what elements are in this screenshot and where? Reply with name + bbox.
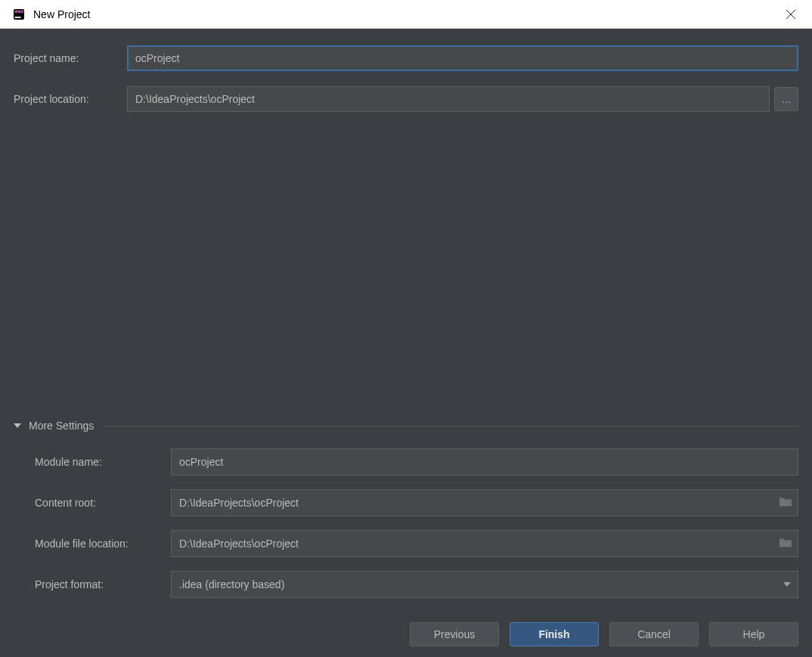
previous-button[interactable]: Previous <box>410 622 499 646</box>
project-format-value: .idea (directory based) <box>179 578 284 590</box>
content-root-label: Content root: <box>35 497 171 509</box>
close-icon <box>786 9 796 20</box>
module-file-location-input[interactable] <box>171 530 798 557</box>
finish-button[interactable]: Finish <box>510 622 599 646</box>
button-label: Help <box>743 628 765 640</box>
project-format-select[interactable]: .idea (directory based) <box>171 571 798 598</box>
titlebar: New Project <box>0 0 812 29</box>
button-label: Finish <box>538 628 569 640</box>
flex-spacer <box>14 112 798 404</box>
window-title: New Project <box>33 8 776 20</box>
help-button[interactable]: Help <box>709 622 798 646</box>
dialog-button-bar: Previous Finish Cancel Help <box>14 622 798 646</box>
new-project-window: New Project Project name: Project locati… <box>0 0 812 657</box>
svg-rect-1 <box>15 10 18 13</box>
divider <box>103 426 798 426</box>
project-basic-form: Project name: Project location: ... <box>14 45 798 112</box>
project-format-label: Project format: <box>35 578 171 590</box>
chevron-down-icon <box>783 582 791 587</box>
svg-rect-2 <box>18 10 21 13</box>
chevron-down-icon <box>14 423 21 428</box>
project-name-label: Project name: <box>14 52 127 64</box>
more-settings-label: More Settings <box>29 420 94 432</box>
cancel-button[interactable]: Cancel <box>609 622 699 646</box>
dialog-content: Project name: Project location: ... More… <box>0 29 812 657</box>
app-icon <box>12 8 26 21</box>
project-location-label: Project location: <box>14 93 127 105</box>
more-settings-toggle[interactable]: More Settings <box>14 420 798 432</box>
project-name-input[interactable] <box>127 45 798 71</box>
project-location-input[interactable] <box>127 86 770 112</box>
module-name-label: Module name: <box>35 456 171 468</box>
browse-location-button[interactable]: ... <box>774 87 798 111</box>
button-label: Cancel <box>637 628 671 640</box>
browse-label: ... <box>782 93 791 105</box>
content-root-input[interactable] <box>171 489 798 516</box>
button-label: Previous <box>434 628 475 640</box>
close-button[interactable] <box>776 0 806 29</box>
more-settings-panel: Module name: Content root: Module file l… <box>14 432 798 598</box>
module-name-input[interactable] <box>171 448 798 476</box>
svg-rect-4 <box>15 17 21 18</box>
module-file-location-label: Module file location: <box>35 538 171 550</box>
svg-rect-3 <box>21 10 23 13</box>
